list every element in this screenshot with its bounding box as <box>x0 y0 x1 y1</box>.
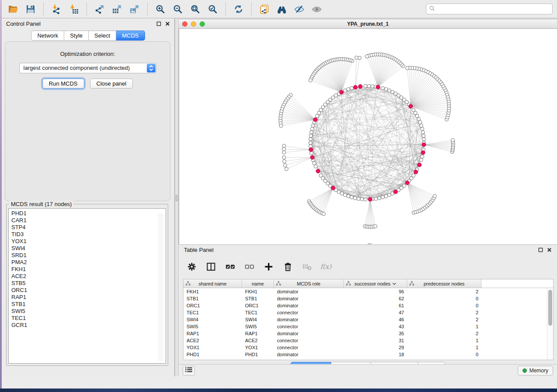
network-node[interactable] <box>374 224 377 228</box>
network-node[interactable] <box>405 66 409 70</box>
table-cell[interactable]: PHD1 <box>242 351 274 358</box>
mcds-result-item[interactable]: SWI4 <box>11 245 166 252</box>
network-node[interactable] <box>346 88 350 91</box>
mcds-node[interactable] <box>313 118 317 122</box>
network-node[interactable] <box>422 134 425 138</box>
network-node[interactable] <box>364 84 367 88</box>
table-scrollbar[interactable] <box>547 288 553 360</box>
table-row[interactable]: ACE2ACE2connector311 <box>183 337 547 344</box>
network-canvas[interactable] <box>179 29 557 244</box>
memory-button[interactable]: Memory <box>518 366 553 375</box>
network-node[interactable] <box>381 196 384 199</box>
table-cell[interactable]: ORC1 <box>242 302 274 309</box>
network-node[interactable] <box>350 86 353 90</box>
network-graph[interactable] <box>179 29 557 244</box>
mcds-result-item[interactable]: STB5 <box>11 280 166 287</box>
optimization-criterion-select[interactable]: largest connected component (undirected) <box>19 63 156 73</box>
columns-icon[interactable] <box>204 260 218 274</box>
mcds-result-item[interactable]: GCR1 <box>11 322 166 329</box>
mcds-node[interactable] <box>358 85 362 89</box>
table-row[interactable]: FKH1FKH1dominator962 <box>183 288 547 295</box>
mcds-result-item[interactable]: SRD1 <box>11 252 166 259</box>
table-cell[interactable]: 1 <box>407 337 481 344</box>
table-cell[interactable]: 62 <box>344 295 407 302</box>
menu-list-button[interactable] <box>183 366 195 375</box>
network-node[interactable] <box>417 117 420 121</box>
network-node[interactable] <box>310 151 313 155</box>
table-cell[interactable]: connector <box>274 323 344 330</box>
network-node[interactable] <box>367 84 371 88</box>
save-session-icon[interactable] <box>23 2 38 17</box>
network-node[interactable] <box>283 160 286 163</box>
table-cell[interactable]: 2 <box>407 316 481 323</box>
column-header-predecessor-nodes[interactable]: predecessor nodes <box>407 279 481 288</box>
float-window-icon[interactable] <box>538 248 543 252</box>
run-mcds-button[interactable]: Run MCDS <box>42 79 84 89</box>
mcds-list-scrollbar[interactable] <box>158 213 163 361</box>
table-row[interactable]: RAP1RAP1dominator352 <box>183 330 547 337</box>
mcds-node[interactable] <box>309 148 313 151</box>
mcds-node[interactable] <box>394 190 398 194</box>
export-table-icon[interactable] <box>110 2 125 17</box>
network-node[interactable] <box>384 88 388 91</box>
mcds-result-item[interactable]: ORC1 <box>11 287 166 294</box>
table-cell[interactable]: FKH1 <box>242 288 274 295</box>
table-cell[interactable]: dominator <box>274 316 344 323</box>
network-node[interactable] <box>312 162 316 165</box>
zoom-out-icon[interactable] <box>170 2 185 17</box>
network-node[interactable] <box>420 155 424 158</box>
table-cell[interactable]: dominator <box>274 295 344 302</box>
add-row-icon[interactable] <box>262 260 276 274</box>
mcds-node[interactable] <box>310 155 314 159</box>
show-all-icon[interactable] <box>309 2 324 17</box>
hide-selected-icon[interactable] <box>292 2 307 17</box>
table-cell[interactable]: TEC1 <box>183 309 242 316</box>
network-node[interactable] <box>350 196 353 199</box>
network-node[interactable] <box>364 198 367 201</box>
table-cell[interactable]: dominator <box>274 302 344 309</box>
network-node[interactable] <box>420 127 424 131</box>
network-node[interactable] <box>370 85 374 88</box>
network-node[interactable] <box>433 194 436 198</box>
network-node[interactable] <box>353 196 357 200</box>
column-header-MCDS-role[interactable]: MCDS role <box>274 279 344 288</box>
table-cell[interactable]: 47 <box>344 309 407 316</box>
network-node[interactable] <box>451 138 454 142</box>
zoom-fit-icon[interactable] <box>188 2 203 17</box>
mcds-node[interactable] <box>417 163 421 167</box>
table-row[interactable]: SWI5SWI5connector431 <box>183 323 547 330</box>
table-row[interactable]: STB1STB1dominator620 <box>183 295 547 302</box>
network-node[interactable] <box>285 167 288 171</box>
table-cell[interactable]: SWI5 <box>183 323 242 330</box>
table-cell[interactable]: connector <box>274 337 344 344</box>
import-table-icon[interactable] <box>66 2 81 17</box>
mcds-result-item[interactable]: CAR1 <box>11 217 166 224</box>
network-node[interactable] <box>419 120 422 124</box>
mcds-node[interactable] <box>353 85 357 89</box>
network-node[interactable] <box>377 196 381 200</box>
mcds-result-item[interactable]: TEC1 <box>11 315 166 322</box>
table-cell[interactable]: ACE2 <box>242 337 274 344</box>
network-node[interactable] <box>374 197 377 200</box>
table-cell[interactable]: SWI5 <box>242 323 274 330</box>
network-node[interactable] <box>279 124 283 127</box>
table-cell[interactable]: 0 <box>407 302 481 309</box>
mcds-result-item[interactable]: STB1 <box>11 301 166 308</box>
network-node[interactable] <box>309 138 312 141</box>
table-cell[interactable]: 31 <box>344 337 407 344</box>
close-panel-button[interactable]: Close panel <box>90 79 133 89</box>
network-node[interactable] <box>315 114 319 118</box>
table-cell[interactable]: 2 <box>407 330 481 337</box>
table-cell[interactable]: 1 <box>407 323 481 330</box>
mcds-result-item[interactable]: PHD1 <box>11 210 166 217</box>
export-network-icon[interactable] <box>92 2 107 17</box>
network-node[interactable] <box>309 144 312 148</box>
table-cell[interactable]: STB1 <box>183 295 242 302</box>
mcds-node[interactable] <box>408 104 412 108</box>
table-row[interactable]: ORC1ORC1dominator610 <box>183 302 547 309</box>
mcds-node[interactable] <box>316 169 320 173</box>
zoom-selected-icon[interactable] <box>205 2 220 17</box>
network-node[interactable] <box>322 212 325 216</box>
import-network-icon[interactable] <box>49 2 64 17</box>
table-cell[interactable]: TEC1 <box>242 309 274 316</box>
